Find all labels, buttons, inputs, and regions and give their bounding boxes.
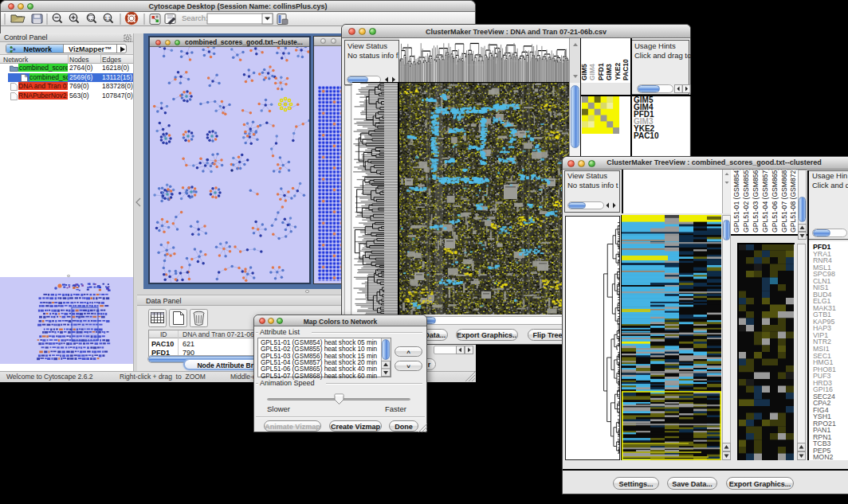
svg-text:MON2: MON2 — [813, 453, 834, 460]
svg-text:GIM3: GIM3 — [605, 64, 613, 80]
svg-text:GPL51-07 (GSM868): GPL51-07 (GSM868) — [780, 170, 788, 232]
svg-text:PAC10: PAC10 — [622, 59, 630, 80]
svg-text:GIM4: GIM4 — [588, 64, 596, 80]
svg-text:GIM5: GIM5 — [580, 64, 588, 80]
svg-text:GPL51-03 (GSM856): GPL51-03 (GSM856) — [752, 170, 760, 232]
svg-text:GPL51-01 (GSM854): GPL51-01 (GSM854) — [732, 170, 740, 232]
svg-text:GPL51-04 (GSM857): GPL51-04 (GSM857) — [761, 170, 769, 232]
svg-text:YKE2: YKE2 — [614, 63, 622, 80]
svg-text:GPL51-08 (GSM872): GPL51-08 (GSM872) — [789, 170, 797, 232]
svg-text:PFD1: PFD1 — [597, 63, 605, 80]
svg-text:GPL51-06 (GSM865): GPL51-06 (GSM865) — [771, 170, 779, 232]
svg-text:1:1: 1:1 — [104, 16, 111, 21]
svg-text:Search:: Search: — [182, 14, 208, 22]
svg-text:GPL51-02 (GSM855): GPL51-02 (GSM855) — [742, 170, 750, 232]
